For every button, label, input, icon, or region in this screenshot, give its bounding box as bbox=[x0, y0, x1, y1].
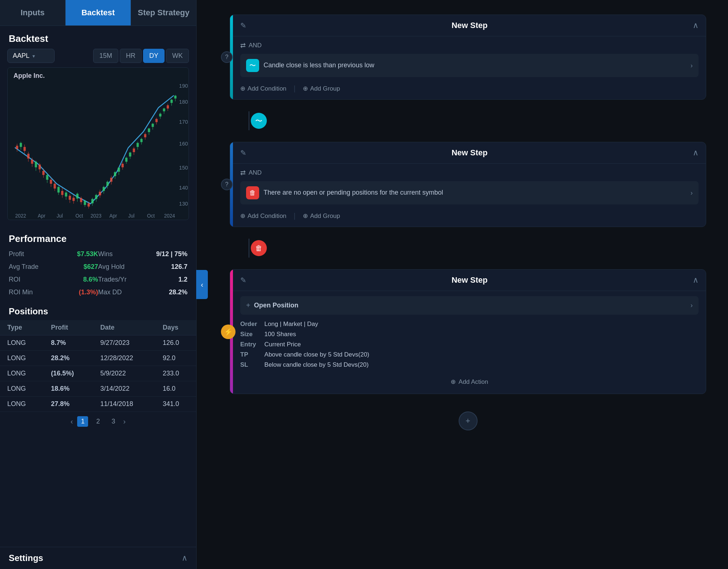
table-row[interactable]: LONG 8.7% 9/27/2023 126.0 bbox=[0, 335, 196, 351]
table-row[interactable]: LONG 28.2% 12/28/2022 92.0 bbox=[0, 351, 196, 366]
step3-edit-icon[interactable]: ✎ bbox=[240, 276, 246, 284]
step2-header: ✎ New Step ∧ bbox=[233, 142, 706, 164]
pagination: ‹ 1 2 3 › bbox=[0, 412, 196, 431]
perf-wins: Wins 9/12 | 75% bbox=[98, 249, 188, 259]
step3-card: ✎ New Step ∧ + Open Position › Order Lon… bbox=[230, 269, 706, 394]
row-days: 126.0 bbox=[155, 335, 196, 351]
table-row[interactable]: LONG (16.5%) 5/9/2022 233.0 bbox=[0, 366, 196, 381]
performance-grid: Profit $7.53K Wins 9/12 | 75% Avg Trade … bbox=[0, 249, 196, 298]
tab-backtest[interactable]: Backtest bbox=[66, 0, 131, 25]
connector2: 🗑 bbox=[230, 239, 706, 258]
chevron-down-icon: ▾ bbox=[32, 53, 35, 59]
symbol-timeframe-bar: AAPL ▾ 15M HR DY WK bbox=[0, 49, 196, 67]
svg-rect-85 bbox=[144, 134, 146, 138]
collapse-handle[interactable]: ‹ bbox=[196, 270, 208, 299]
svg-rect-33 bbox=[46, 175, 48, 180]
step3-collapse-button[interactable]: ∧ bbox=[693, 275, 699, 285]
perf-wins-value: 9/12 | 75% bbox=[156, 250, 187, 258]
perf-roi-min: ROI Min (1.3%) bbox=[9, 287, 98, 298]
svg-text:2023: 2023 bbox=[91, 213, 102, 219]
tf-15m[interactable]: 15M bbox=[93, 49, 118, 63]
chart-symbol-name: Apple Inc. bbox=[13, 72, 45, 80]
step2-collapse-button[interactable]: ∧ bbox=[693, 148, 699, 158]
settings-chevron-icon[interactable]: ∧ bbox=[182, 553, 187, 563]
svg-text:180: 180 bbox=[179, 99, 188, 105]
tab-inputs[interactable]: Inputs bbox=[0, 0, 66, 25]
row-type: LONG bbox=[0, 366, 44, 381]
add-step-button[interactable]: + bbox=[459, 411, 478, 430]
svg-rect-75 bbox=[125, 158, 127, 162]
col-type: Type bbox=[0, 320, 44, 335]
symbol-value: AAPL bbox=[13, 52, 29, 60]
next-page-button[interactable]: › bbox=[123, 417, 126, 426]
tf-wk[interactable]: WK bbox=[166, 49, 189, 63]
step3-body: + Open Position › Order Long | Market | … bbox=[233, 291, 706, 394]
step1-edit-icon[interactable]: ✎ bbox=[240, 21, 246, 30]
svg-rect-47 bbox=[72, 198, 75, 201]
step2-add-condition-button[interactable]: ⊕ Add Condition bbox=[240, 212, 286, 220]
prev-page-button[interactable]: ‹ bbox=[71, 417, 73, 426]
step2-add-group-button[interactable]: ⊕ Add Group bbox=[303, 212, 340, 220]
perf-profit: Profit $7.53K bbox=[9, 249, 98, 259]
perf-roi-min-label: ROI Min bbox=[9, 289, 33, 296]
step1-add-group-button[interactable]: ⊕ Add Group bbox=[303, 85, 340, 92]
perf-max-dd-value: 28.2% bbox=[169, 289, 187, 296]
step3-header: ✎ New Step ∧ bbox=[233, 270, 706, 291]
step2-inner: ✎ New Step ∧ ⇄ AND 🗑 There are no open o… bbox=[233, 142, 706, 227]
row-type: LONG bbox=[0, 351, 44, 366]
tf-hr[interactable]: HR bbox=[120, 49, 142, 63]
page-1-button[interactable]: 1 bbox=[77, 416, 88, 427]
page-3-button[interactable]: 3 bbox=[108, 416, 119, 427]
svg-text:150: 150 bbox=[179, 164, 188, 171]
step2-title: New Step bbox=[252, 148, 688, 158]
svg-rect-41 bbox=[61, 191, 63, 195]
perf-trades-yr: Trades/Yr 1.2 bbox=[98, 274, 188, 285]
svg-rect-29 bbox=[39, 164, 41, 169]
svg-rect-19 bbox=[20, 143, 22, 147]
step1-condition-row[interactable]: 〜 Candle close is less than previous low… bbox=[240, 54, 699, 77]
step1-collapse-button[interactable]: ∧ bbox=[693, 21, 699, 30]
tf-dy[interactable]: DY bbox=[143, 49, 165, 63]
svg-text:Jul: Jul bbox=[128, 213, 134, 219]
svg-rect-89 bbox=[152, 124, 154, 127]
row-date: 9/27/2023 bbox=[93, 335, 155, 351]
step1-add-condition-button[interactable]: ⊕ Add Condition bbox=[240, 85, 286, 92]
page-2-button[interactable]: 2 bbox=[92, 416, 103, 427]
step2-edit-icon[interactable]: ✎ bbox=[240, 148, 246, 157]
step2-add-bar: ⊕ Add Condition | ⊕ Add Group bbox=[240, 208, 699, 222]
svg-rect-61 bbox=[99, 192, 101, 195]
svg-rect-91 bbox=[155, 119, 158, 122]
settings-bar[interactable]: Settings ∧ bbox=[0, 547, 196, 569]
open-position-row[interactable]: + Open Position › bbox=[240, 296, 699, 315]
row-type: LONG bbox=[0, 381, 44, 397]
svg-rect-81 bbox=[136, 143, 139, 147]
perf-roi-label: ROI bbox=[9, 276, 20, 283]
perf-roi-min-value: (1.3%) bbox=[79, 289, 98, 296]
row-days: 92.0 bbox=[155, 351, 196, 366]
row-days: 341.0 bbox=[155, 397, 196, 412]
entry-value: Current Price bbox=[264, 341, 699, 348]
size-key: Size bbox=[240, 331, 257, 338]
svg-text:190: 190 bbox=[179, 83, 188, 89]
row-days: 16.0 bbox=[155, 381, 196, 397]
step2-question-badge[interactable]: ? bbox=[221, 179, 233, 190]
table-row[interactable]: LONG 18.6% 3/14/2022 16.0 bbox=[0, 381, 196, 397]
svg-rect-87 bbox=[148, 128, 150, 132]
step1-add-bar: ⊕ Add Condition | ⊕ Add Group bbox=[240, 81, 699, 94]
row-type: LONG bbox=[0, 335, 44, 351]
add-action-button[interactable]: ⊕ Add Action bbox=[451, 374, 488, 387]
svg-rect-49 bbox=[76, 194, 78, 199]
step1-card: ✎ New Step ∧ ⇄ AND 〜 Candle close is les… bbox=[230, 15, 706, 100]
perf-avg-trade: Avg Trade $627 bbox=[9, 262, 98, 272]
step2-condition-row[interactable]: 🗑 There are no open or pending positions… bbox=[240, 181, 699, 204]
svg-rect-101 bbox=[174, 96, 177, 99]
connector1: 〜 bbox=[230, 111, 706, 130]
table-row[interactable]: LONG 27.8% 11/14/2018 341.0 bbox=[0, 397, 196, 412]
svg-rect-35 bbox=[50, 180, 52, 184]
tab-step-strategy[interactable]: Step Strategy bbox=[131, 0, 196, 25]
step1-question-badge[interactable]: ? bbox=[221, 51, 233, 63]
svg-text:130: 130 bbox=[179, 200, 188, 207]
symbol-select[interactable]: AAPL ▾ bbox=[7, 49, 55, 63]
perf-max-dd: Max DD 28.2% bbox=[98, 287, 188, 298]
price-chart: 190 180 170 160 150 140 130 2022 Apr Jul… bbox=[8, 68, 189, 220]
